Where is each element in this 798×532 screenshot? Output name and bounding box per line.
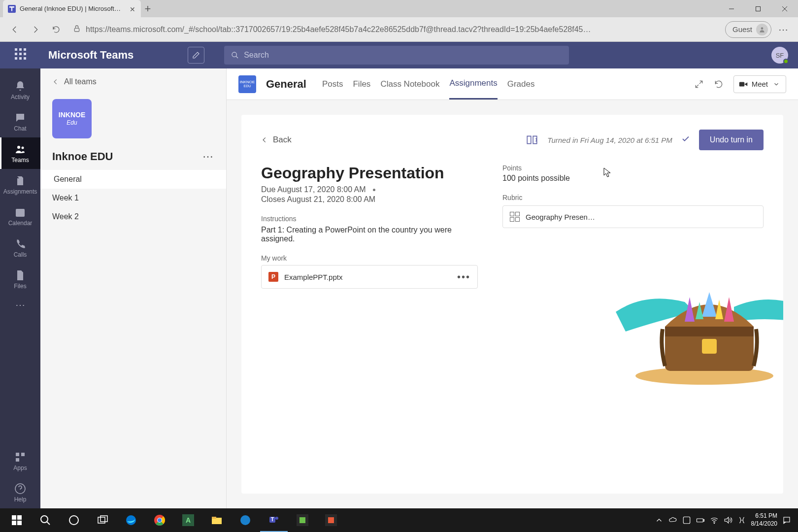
search-input[interactable]: Search — [224, 46, 569, 65]
browser-menu-button[interactable]: ⋯ — [774, 21, 792, 38]
svg-marker-64 — [784, 522, 786, 524]
left-rail: Activity Chat Teams Assignments Calendar… — [0, 68, 40, 508]
svg-line-36 — [47, 522, 50, 525]
svg-text:A: A — [186, 516, 191, 524]
svg-rect-32 — [17, 515, 22, 520]
taskbar-app-edge2[interactable] — [232, 508, 259, 532]
profile-badge[interactable]: Guest — [725, 21, 771, 38]
taskbar-clock[interactable]: 6:51 PM 8/14/2020 — [751, 512, 777, 528]
rail-calendar[interactable]: Calendar — [0, 200, 40, 232]
reload-icon[interactable] — [714, 79, 724, 89]
user-avatar[interactable]: SF — [771, 47, 788, 64]
svg-text:T: T — [271, 517, 274, 522]
svg-marker-28 — [724, 297, 734, 322]
svg-rect-4 — [74, 28, 79, 32]
rail-help[interactable]: Help — [0, 477, 40, 508]
powerpoint-icon — [268, 272, 278, 282]
back-button[interactable]: Back — [261, 135, 292, 145]
svg-point-52 — [275, 517, 278, 520]
rail-calls[interactable]: Calls — [0, 232, 40, 264]
tray-app-icon[interactable] — [682, 516, 691, 525]
taskbar-app-teams[interactable]: T — [260, 508, 288, 532]
tab-posts[interactable]: Posts — [322, 69, 343, 99]
teams-top-bar: Microsoft Teams Search SF — [0, 42, 798, 68]
windows-taskbar: A T 6:51 PM 8/14/2020 — [0, 508, 798, 532]
taskbar-app-explorer[interactable] — [203, 508, 231, 532]
task-view-icon[interactable] — [89, 508, 116, 532]
url-field[interactable]: https://teams.microsoft.com/_#/school/ta… — [68, 25, 722, 34]
forward-button[interactable] — [27, 21, 44, 38]
refresh-button[interactable] — [47, 21, 65, 38]
rail-activity[interactable]: Activity — [0, 74, 40, 106]
expand-icon[interactable] — [694, 79, 704, 89]
tab-assignments[interactable]: Assignments — [449, 68, 497, 100]
svg-rect-15 — [21, 453, 25, 456]
closes-date: Closes August 21, 2020 8:00 AM — [261, 195, 478, 204]
taskbar-app-1[interactable]: A — [174, 508, 202, 532]
tray-chevron-icon[interactable] — [655, 516, 664, 525]
svg-point-8 — [17, 146, 20, 149]
tray-notifications-icon[interactable] — [782, 516, 791, 525]
all-teams-link[interactable]: All teams — [40, 68, 226, 95]
tab-files[interactable]: Files — [353, 69, 370, 99]
tab-grades[interactable]: Grades — [507, 69, 535, 99]
svg-line-18 — [699, 81, 702, 84]
rubric-link[interactable]: Geography Presen… — [502, 205, 764, 228]
undo-turn-in-button[interactable]: Undo turn in — [699, 130, 764, 150]
svg-rect-16 — [16, 458, 19, 462]
start-button[interactable] — [3, 508, 31, 532]
team-more-button[interactable]: ⋯ — [202, 150, 214, 163]
channel-general[interactable]: General — [40, 170, 226, 189]
new-tab-button[interactable]: + — [141, 2, 155, 15]
rail-teams[interactable]: Teams — [0, 137, 40, 169]
channel-week1[interactable]: Week 1 — [40, 189, 226, 207]
search-placeholder: Search — [244, 51, 269, 60]
content-area: INKNOEEDU General Posts Files Class Note… — [227, 68, 798, 508]
browser-tab[interactable]: General (Inknoe EDU) | Microsoft… ✕ — [3, 0, 141, 17]
taskbar-search[interactable] — [32, 508, 59, 532]
app-title: Microsoft Teams — [48, 49, 133, 62]
points-label: Points — [502, 164, 764, 172]
search-icon — [231, 51, 239, 59]
maximize-button[interactable] — [745, 0, 771, 17]
rubric-label: Rubric — [502, 194, 764, 201]
taskbar-app-snagit[interactable] — [317, 508, 345, 532]
svg-point-6 — [232, 52, 236, 57]
app-launcher-icon[interactable] — [15, 48, 29, 62]
tab-title: General (Inknoe EDU) | Microsoft… — [20, 5, 125, 12]
mywork-file[interactable]: ExamplePPT.pptx ••• — [261, 265, 478, 289]
rail-more[interactable]: ⋯ — [0, 295, 40, 315]
teams-favicon — [8, 5, 16, 13]
taskbar-app-camtasia[interactable] — [289, 508, 316, 532]
back-button[interactable] — [6, 21, 24, 38]
compose-button[interactable] — [188, 47, 204, 64]
rail-chat[interactable]: Chat — [0, 106, 40, 137]
check-icon — [681, 134, 690, 145]
team-avatar[interactable]: INKNOE Edu — [52, 99, 92, 138]
close-tab-icon[interactable]: ✕ — [129, 5, 136, 12]
channel-week2[interactable]: Week 2 — [40, 207, 226, 226]
chevron-left-icon — [52, 78, 59, 85]
svg-rect-39 — [100, 516, 107, 522]
rail-files[interactable]: Files — [0, 264, 40, 295]
chevron-left-icon — [261, 136, 268, 143]
meet-button[interactable]: Meet — [733, 75, 786, 93]
file-more-button[interactable]: ••• — [457, 271, 470, 283]
rail-apps[interactable]: Apps — [0, 445, 40, 477]
tab-class-notebook[interactable]: Class Notebook — [380, 69, 439, 99]
taskbar-app-chrome[interactable] — [146, 508, 173, 532]
tray-battery-icon[interactable] — [696, 516, 705, 525]
immersive-reader-icon[interactable] — [526, 133, 538, 146]
minimize-button[interactable] — [718, 0, 745, 17]
close-window-button[interactable] — [771, 0, 798, 17]
cortana-icon[interactable] — [60, 508, 88, 532]
turned-in-status: Turned in Fri Aug 14, 2020 at 6:51 PM — [547, 136, 672, 144]
rail-assignments[interactable]: Assignments — [0, 169, 40, 200]
svg-rect-58 — [683, 517, 690, 524]
taskbar-app-edge[interactable] — [117, 508, 145, 532]
tray-input-icon[interactable] — [737, 516, 746, 525]
svg-point-22 — [635, 367, 773, 385]
tray-onedrive-icon[interactable] — [668, 516, 677, 525]
tray-wifi-icon[interactable] — [710, 516, 719, 525]
tray-volume-icon[interactable] — [724, 516, 732, 525]
